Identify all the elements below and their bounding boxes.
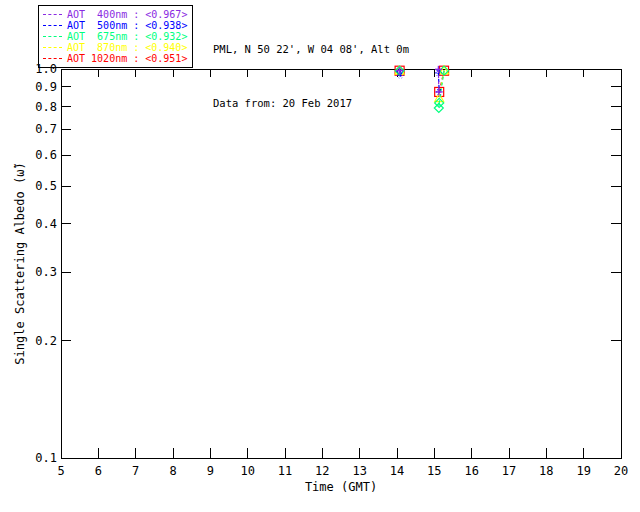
- x-tick-label: 11: [278, 464, 292, 478]
- y-tick-label: 0.6: [35, 148, 57, 162]
- y-tick-label: 1.0: [35, 62, 57, 76]
- x-axis-title: Time (GMT): [305, 480, 377, 494]
- ssa-scatter-plot: 5678910111213141516171819201.00.90.80.70…: [0, 0, 640, 512]
- x-tick-label: 14: [390, 464, 404, 478]
- y-tick-label: 0.8: [35, 100, 57, 114]
- y-tick-label: 0.3: [35, 265, 57, 279]
- x-tick-label: 13: [352, 464, 366, 478]
- x-tick-label: 12: [315, 464, 329, 478]
- y-tick-label: 0.7: [35, 122, 57, 136]
- y-axis-title: Single Scattering Albedo (ω̃): [13, 162, 27, 364]
- x-tick-label: 17: [502, 464, 516, 478]
- y-tick-label: 0.1: [35, 451, 57, 465]
- x-tick-label: 5: [57, 464, 64, 478]
- x-tick-label: 15: [427, 464, 441, 478]
- plot-frame: [61, 69, 621, 458]
- x-tick-label: 7: [132, 464, 139, 478]
- x-tick-label: 16: [464, 464, 478, 478]
- x-tick-label: 18: [539, 464, 553, 478]
- y-tick-label: 0.5: [35, 179, 57, 193]
- x-tick-label: 20: [614, 464, 628, 478]
- y-tick-label: 0.2: [35, 334, 57, 348]
- x-tick-label: 10: [240, 464, 254, 478]
- x-tick-label: 19: [576, 464, 590, 478]
- y-tick-label: 0.4: [35, 217, 57, 231]
- x-tick-label: 8: [169, 464, 176, 478]
- aeronet-ssa-plot-page: AOT 400nm : <0.967>AOT 500nm : <0.938>AO…: [0, 0, 640, 512]
- y-tick-label: 0.9: [35, 80, 57, 94]
- x-tick-label: 6: [95, 464, 102, 478]
- x-tick-label: 9: [207, 464, 214, 478]
